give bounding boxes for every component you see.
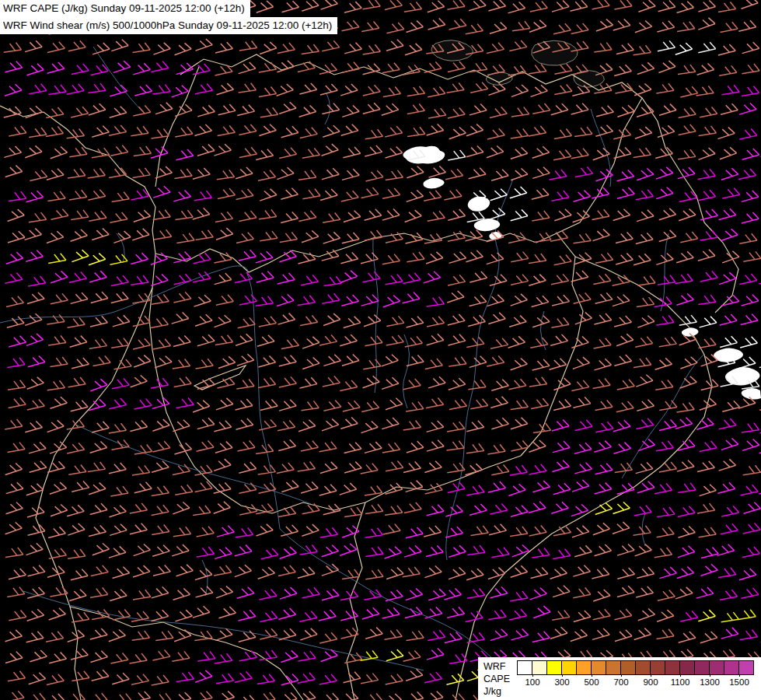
title-cape-line: WRF CAPE (J/kg) Sunday 09-11-2025 12:00 … bbox=[0, 0, 250, 17]
colorbar-cell bbox=[518, 661, 532, 674]
map-canvas bbox=[0, 0, 761, 700]
colorbar-tick-mark bbox=[739, 674, 740, 677]
colorbar-tick-label: 900 bbox=[643, 677, 658, 687]
cape-legend: WRF CAPE J/kg 10030050070090011001300150… bbox=[478, 657, 761, 700]
colorbar-cell bbox=[665, 661, 679, 674]
colorbar-cell bbox=[694, 661, 709, 674]
colorbar-cell bbox=[620, 661, 635, 674]
colorbar-tick-mark bbox=[710, 674, 710, 677]
colorbar-tick-mark bbox=[592, 674, 592, 677]
colorbar-cell bbox=[561, 661, 576, 674]
colorbar-tick-label: 1100 bbox=[671, 677, 690, 687]
colorbar-cell bbox=[546, 661, 561, 674]
colorbar-cell bbox=[635, 661, 650, 674]
colorbar-tick-label: 700 bbox=[613, 677, 628, 687]
colorbar-tick-mark bbox=[680, 674, 681, 677]
colorbar-cell bbox=[724, 661, 738, 674]
colorbar-cell bbox=[650, 661, 665, 674]
colorbar-tick-mark bbox=[621, 674, 622, 677]
colorbar-cell bbox=[738, 661, 753, 674]
wrf-forecast-panel: WRF CAPE (J/kg) Sunday 09-11-2025 12:00 … bbox=[0, 0, 761, 700]
colorbar-cell bbox=[532, 661, 546, 674]
legend-param-label: CAPE bbox=[483, 673, 510, 685]
colorbar-cell bbox=[606, 661, 620, 674]
legend-scale: 100300500700900110013001500 bbox=[517, 660, 754, 688]
colorbar-tick-mark bbox=[562, 674, 563, 677]
colorbar-tick-label: 1500 bbox=[729, 677, 749, 687]
colorbar-tick-mark bbox=[651, 674, 651, 677]
legend-unit-label: J/kg bbox=[483, 685, 510, 698]
cape-colorbar bbox=[517, 660, 754, 675]
title-windshear-line: WRF Wind shear (m/s) 500/1000hPa Sunday … bbox=[0, 17, 337, 34]
map-titles: WRF CAPE (J/kg) Sunday 09-11-2025 12:00 … bbox=[0, 0, 337, 34]
legend-model-label: WRF bbox=[483, 660, 510, 673]
colorbar-cell bbox=[709, 661, 724, 674]
colorbar-cell bbox=[591, 661, 606, 674]
cape-colorbar-ticks: 100300500700900110013001500 bbox=[517, 676, 754, 688]
colorbar-tick-label: 300 bbox=[554, 677, 569, 687]
colorbar-tick-label: 100 bbox=[525, 677, 539, 687]
colorbar-tick-mark bbox=[532, 674, 533, 677]
colorbar-cell bbox=[576, 661, 591, 674]
legend-labels: WRF CAPE J/kg bbox=[483, 660, 510, 698]
colorbar-tick-label: 500 bbox=[584, 677, 599, 687]
colorbar-cell bbox=[679, 661, 694, 674]
colorbar-tick-label: 1300 bbox=[700, 677, 720, 687]
